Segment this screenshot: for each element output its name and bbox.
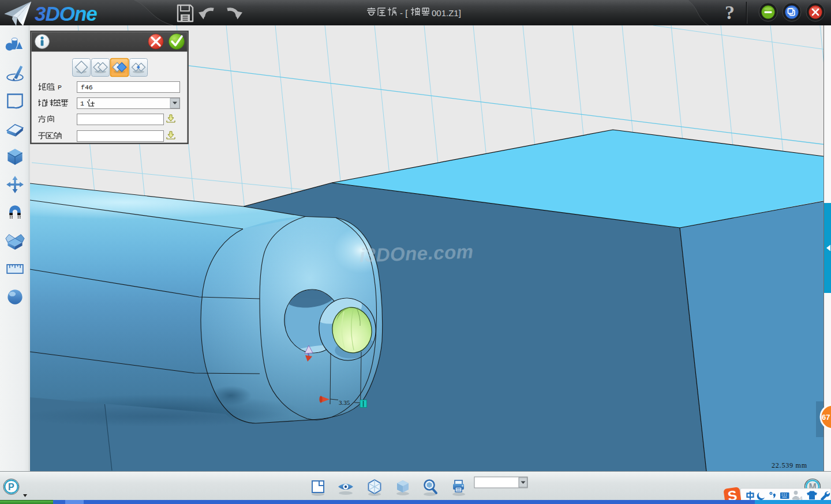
svg-text:?: ?	[725, 2, 735, 23]
svg-text:P: P	[58, 84, 62, 91]
svg-text:22.539 mm: 22.539 mm	[772, 461, 807, 469]
svg-text:f46: f46	[81, 84, 93, 91]
svg-text:001.Z1]: 001.Z1]	[432, 8, 461, 18]
svg-text:3DOne: 3DOne	[35, 2, 97, 25]
svg-text:P: P	[8, 482, 14, 492]
svg-text:i3DOne.com: i3DOne.com	[359, 241, 474, 266]
svg-text:3.35: 3.35	[339, 399, 350, 406]
svg-text:1: 1	[80, 100, 84, 107]
svg-text:67: 67	[822, 413, 830, 422]
svg-text:- [: - [	[400, 8, 408, 18]
